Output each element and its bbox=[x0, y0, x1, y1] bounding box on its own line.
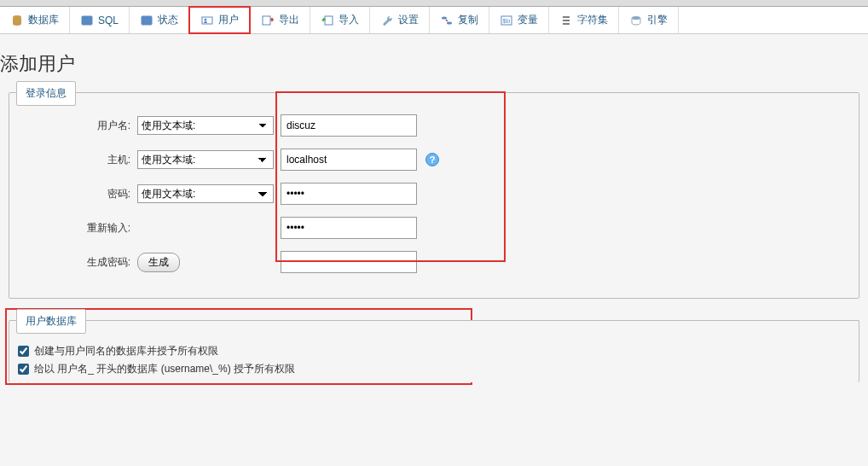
tab-users[interactable]: 用户 bbox=[188, 6, 251, 34]
tab-label: 引擎 bbox=[647, 13, 668, 27]
tab-label: SQL bbox=[98, 15, 119, 26]
generate-button[interactable]: 生成 bbox=[137, 253, 180, 272]
checkbox-row-2: 给以 用户名_ 开头的数据库 (username\_%) 授予所有权限 bbox=[9, 360, 859, 378]
wrench-icon bbox=[380, 14, 394, 27]
tab-label: 状态 bbox=[158, 13, 178, 27]
user-db-fieldset: 用户数据库 创建与用户同名的数据库并授予所有权限 给以 用户名_ 开头的数据库 … bbox=[9, 320, 859, 382]
top-tabs: 数据库 SQL 状态 用户 导出 导入 设置 复制 $b 变量 字符集 引擎 bbox=[0, 7, 868, 34]
tab-label: 用户 bbox=[218, 13, 239, 27]
row-host: 主机: 使用文本域: ? bbox=[9, 149, 859, 171]
tab-charset[interactable]: 字符集 bbox=[549, 7, 619, 33]
svg-rect-2 bbox=[82, 16, 92, 19]
svg-point-8 bbox=[442, 16, 447, 19]
userdb-legend: 用户数据库 bbox=[16, 309, 86, 334]
database-icon bbox=[10, 14, 24, 27]
checkbox1-label: 创建与用户同名的数据库并授予所有权限 bbox=[34, 344, 218, 358]
username-input[interactable] bbox=[281, 114, 417, 137]
svg-point-0 bbox=[13, 15, 21, 19]
host-input[interactable] bbox=[281, 149, 417, 171]
generated-password-input[interactable] bbox=[281, 251, 417, 273]
charset-icon bbox=[559, 14, 573, 27]
tab-export[interactable]: 导出 bbox=[251, 7, 310, 33]
password-label: 密码: bbox=[18, 187, 137, 201]
sql-icon bbox=[80, 14, 94, 27]
export-icon bbox=[261, 14, 275, 27]
tab-label: 导出 bbox=[279, 13, 299, 27]
retype-input[interactable] bbox=[281, 217, 417, 239]
user-icon bbox=[200, 14, 214, 27]
tab-label: 数据库 bbox=[28, 13, 59, 27]
row-password: 密码: 使用文本域: bbox=[9, 183, 859, 205]
username-label: 用户名: bbox=[18, 119, 137, 133]
svg-point-9 bbox=[447, 21, 452, 24]
tab-status[interactable]: 状态 bbox=[130, 7, 189, 33]
engine-icon bbox=[629, 14, 643, 27]
import-icon bbox=[321, 14, 334, 27]
tab-variables[interactable]: $b 变量 bbox=[489, 7, 549, 33]
tab-label: 复制 bbox=[458, 13, 478, 27]
tab-database[interactable]: 数据库 bbox=[0, 7, 70, 33]
status-icon bbox=[140, 14, 153, 27]
tab-settings[interactable]: 设置 bbox=[370, 7, 430, 33]
tab-label: 字符集 bbox=[577, 13, 608, 27]
host-mode-select[interactable]: 使用文本域: bbox=[137, 150, 274, 169]
login-info-fieldset: 登录信息 用户名: 使用文本域: 主机: 使用文本域: ? 密码: 使用文本域:… bbox=[9, 92, 859, 299]
host-label: 主机: bbox=[18, 153, 137, 167]
page-title: 添加用户 bbox=[0, 51, 868, 92]
svg-rect-4 bbox=[202, 17, 212, 24]
generate-label: 生成密码: bbox=[18, 255, 137, 270]
tab-sql[interactable]: SQL bbox=[70, 7, 130, 33]
create-same-db-checkbox[interactable] bbox=[18, 346, 29, 357]
username-mode-select[interactable]: 使用文本域: bbox=[137, 116, 274, 135]
row-generate: 生成密码: 生成 bbox=[9, 251, 859, 273]
row-retype: 重新输入: bbox=[9, 217, 859, 239]
replication-icon bbox=[440, 14, 454, 27]
window-top-bar bbox=[0, 0, 868, 7]
password-input[interactable] bbox=[281, 183, 417, 205]
svg-rect-7 bbox=[325, 16, 333, 25]
main-content: 添加用户 登录信息 用户名: 使用文本域: 主机: 使用文本域: ? 密码: 使… bbox=[0, 34, 868, 382]
row-username: 用户名: 使用文本域: bbox=[9, 114, 859, 137]
tab-label: 导入 bbox=[339, 13, 359, 27]
svg-point-15 bbox=[632, 16, 640, 20]
retype-label: 重新输入: bbox=[18, 221, 137, 236]
help-icon[interactable]: ? bbox=[425, 153, 439, 166]
variables-icon: $b bbox=[500, 14, 513, 27]
tab-replication[interactable]: 复制 bbox=[430, 7, 489, 33]
login-legend: 登录信息 bbox=[16, 81, 76, 106]
svg-text:$b: $b bbox=[503, 17, 511, 25]
checkbox-row-1: 创建与用户同名的数据库并授予所有权限 bbox=[9, 342, 859, 360]
checkbox2-label: 给以 用户名_ 开头的数据库 (username\_%) 授予所有权限 bbox=[34, 362, 295, 376]
grant-wildcard-checkbox[interactable] bbox=[18, 364, 29, 375]
svg-point-5 bbox=[205, 18, 207, 20]
tab-engines[interactable]: 引擎 bbox=[619, 7, 679, 33]
tab-label: 变量 bbox=[518, 13, 538, 27]
tab-import[interactable]: 导入 bbox=[310, 7, 370, 33]
svg-rect-6 bbox=[263, 16, 270, 25]
tab-label: 设置 bbox=[398, 13, 419, 27]
password-mode-select[interactable]: 使用文本域: bbox=[137, 184, 274, 203]
